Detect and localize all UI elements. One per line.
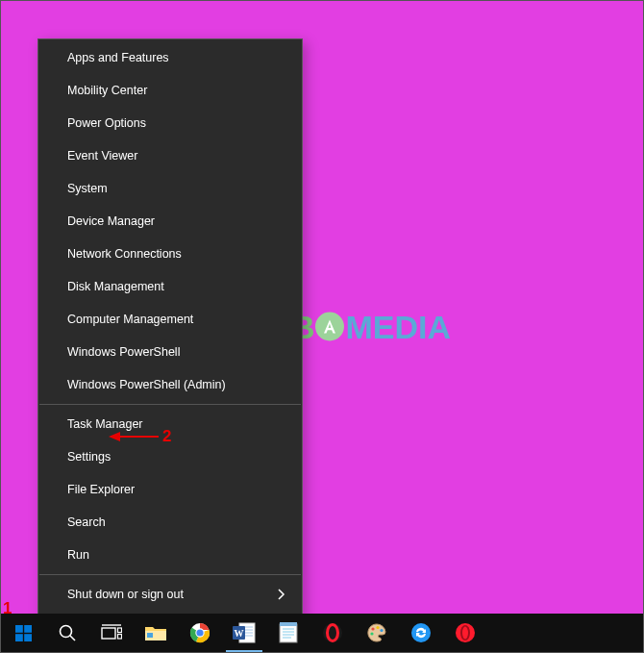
word-icon: W [232,621,257,644]
svg-rect-24 [280,624,297,642]
svg-rect-2 [15,625,23,633]
desktop: NES B MEDIA Apps and Features Mobility C… [0,0,644,653]
svg-rect-3 [24,625,32,633]
menu-item-label: Shut down or sign out [67,588,184,601]
start-button[interactable] [1,614,45,652]
menu-item-label: Settings [67,450,111,464]
menu-shutdown[interactable]: Shut down or sign out [38,578,302,611]
sync-icon [410,622,432,643]
menu-settings[interactable]: Settings [38,440,302,473]
svg-rect-9 [118,628,122,633]
opera-button[interactable] [443,614,487,652]
chrome-icon [189,622,211,643]
palette-icon [366,622,387,643]
menu-item-label: Power Options [67,116,146,130]
menu-disk-management[interactable]: Disk Management [38,270,302,303]
menu-item-label: Apps and Features [67,51,169,64]
windows-icon [15,625,32,641]
menu-mobility-center[interactable]: Mobility Center [38,74,302,107]
word-button[interactable]: W [222,614,266,652]
menu-item-label: Computer Management [67,313,193,326]
notepad-icon [278,621,299,644]
menu-item-label: Run [67,548,89,562]
svg-point-36 [411,623,431,642]
menu-computer-management[interactable]: Computer Management [38,303,302,336]
svg-point-16 [196,629,203,636]
file-explorer-button[interactable] [134,614,178,652]
paint-button[interactable] [355,614,399,652]
svg-rect-25 [280,622,297,626]
menu-item-label: Disk Management [67,280,164,293]
svg-point-39 [462,627,468,640]
menu-network-connections[interactable]: Network Connections [38,238,302,270]
menu-item-label: Task Manager [67,417,143,431]
svg-rect-4 [15,634,23,641]
svg-rect-13 [147,633,153,638]
menu-separator [39,404,301,405]
menu-run[interactable]: Run [38,539,302,571]
menu-file-explorer[interactable]: File Explorer [38,473,302,506]
menu-item-label: Windows PowerShell (Admin) [67,378,226,391]
menu-system[interactable]: System [38,172,302,205]
svg-rect-8 [102,628,115,639]
menu-item-label: Event Viewer [67,149,137,163]
menu-item-label: Device Manager [67,214,155,228]
watermark-part3: MEDIA [345,308,451,345]
svg-text:W: W [235,628,244,639]
menu-separator [39,574,301,575]
svg-point-33 [376,626,379,629]
sync-button[interactable] [399,614,443,652]
chrome-button[interactable] [178,614,222,652]
opera-icon [455,622,476,643]
svg-rect-5 [24,634,32,641]
svg-point-32 [371,627,374,630]
menu-power-options[interactable]: Power Options [38,107,302,139]
svg-point-35 [370,632,373,635]
svg-rect-10 [118,635,122,640]
menu-item-label: Windows PowerShell [67,345,180,359]
menu-item-label: Mobility Center [67,84,147,97]
chevron-right-icon [278,589,285,600]
menu-item-label: System [67,182,108,195]
task-view-button[interactable] [89,614,134,652]
opera-gx-button[interactable] [310,614,355,652]
search-button[interactable] [45,614,89,652]
menu-device-manager[interactable]: Device Manager [38,205,302,238]
menu-item-label: Network Connections [67,247,182,261]
menu-item-label: Search [67,515,106,529]
watermark-a2-icon [315,313,344,341]
menu-apps-and-features[interactable]: Apps and Features [38,41,302,74]
menu-windows-powershell[interactable]: Windows PowerShell [38,336,302,368]
winx-context-menu: Apps and Features Mobility Center Power … [37,38,303,644]
menu-windows-powershell-admin[interactable]: Windows PowerShell (Admin) [38,368,302,401]
menu-task-manager[interactable]: Task Manager [38,408,302,440]
menu-search[interactable]: Search [38,506,302,539]
opera-dark-icon [322,622,343,643]
menu-event-viewer[interactable]: Event Viewer [38,139,302,172]
svg-line-7 [70,636,75,640]
folder-icon [144,623,167,642]
svg-point-6 [61,626,72,638]
task-view-icon [101,624,122,641]
menu-item-label: File Explorer [67,483,135,496]
search-icon [58,623,77,642]
taskbar: W [1,614,643,652]
notepadpp-button[interactable] [266,614,310,652]
svg-point-34 [380,629,383,632]
